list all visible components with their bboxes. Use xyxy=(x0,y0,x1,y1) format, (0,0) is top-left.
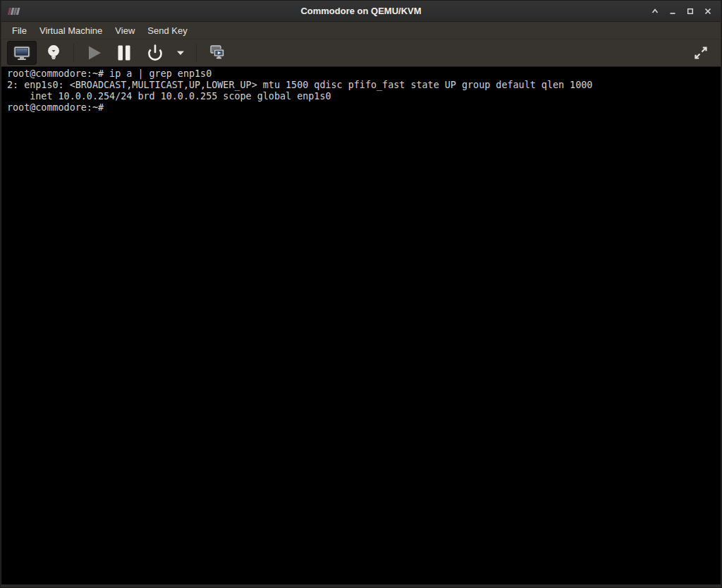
minimize-icon xyxy=(668,7,677,16)
monitor-icon xyxy=(13,44,31,61)
vm-console-window: Commodore on QEMU/KVM xyxy=(0,0,722,588)
menu-send-key[interactable]: Send Key xyxy=(141,23,193,38)
toolbar-separator xyxy=(73,44,74,62)
graphical-console-button[interactable] xyxy=(7,41,37,65)
shutdown-menu-button[interactable] xyxy=(171,41,190,65)
run-button[interactable] xyxy=(80,41,107,65)
terminal-line: inet 10.0.0.254/24 brd 10.0.0.255 scope … xyxy=(7,91,715,102)
minimize-button[interactable] xyxy=(667,6,678,17)
menu-virtual-machine[interactable]: Virtual Machine xyxy=(33,23,109,38)
window-controls xyxy=(649,6,721,17)
lightbulb-icon xyxy=(46,44,61,62)
titlebar: Commodore on QEMU/KVM xyxy=(1,1,721,22)
maximize-button[interactable] xyxy=(685,6,696,17)
shade-button[interactable] xyxy=(649,6,661,17)
shutdown-button[interactable] xyxy=(142,41,169,65)
details-button[interactable] xyxy=(40,41,67,65)
menubar: File Virtual Machine View Send Key xyxy=(1,22,721,39)
guest-console-display[interactable]: root@commodore:~# ip a | grep enp1s0 2: … xyxy=(1,67,721,584)
pause-icon xyxy=(116,44,133,62)
terminal-line: 2: enp1s0: <BROADCAST,MULTICAST,UP,LOWER… xyxy=(7,80,715,91)
fullscreen-button[interactable] xyxy=(687,41,715,65)
toolbar-separator xyxy=(196,44,197,62)
terminal-line: root@commodore:~# xyxy=(7,102,715,114)
power-icon xyxy=(146,44,164,62)
chevron-up-icon xyxy=(651,7,659,16)
snapshots-icon xyxy=(207,44,227,62)
snapshots-button[interactable] xyxy=(203,41,231,65)
menu-view[interactable]: View xyxy=(109,23,141,38)
virt-manager-logo-icon xyxy=(7,5,23,18)
chevron-down-icon xyxy=(176,50,185,56)
close-icon xyxy=(704,7,712,16)
play-icon xyxy=(85,44,103,62)
close-button[interactable] xyxy=(702,6,714,17)
toolbar xyxy=(1,39,721,67)
terminal-line: root@commodore:~# ip a | grep enp1s0 xyxy=(7,68,715,80)
menu-file[interactable]: File xyxy=(6,23,33,38)
window-title: Commodore on QEMU/KVM xyxy=(1,6,721,16)
pause-button[interactable] xyxy=(111,41,137,65)
fullscreen-icon xyxy=(692,44,709,61)
maximize-icon xyxy=(686,7,695,16)
